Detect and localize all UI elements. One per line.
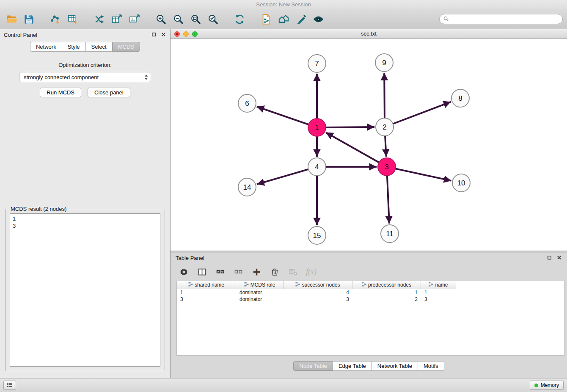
graph-node-14[interactable]: 14 xyxy=(238,178,256,196)
save-session-button[interactable] xyxy=(22,12,36,26)
show-panels-button[interactable] xyxy=(3,381,16,390)
window-title: Session: New Session xyxy=(256,1,311,8)
tab-node-table[interactable]: Node Table xyxy=(293,361,333,371)
table-cell-shared-name[interactable]: 1 xyxy=(177,289,236,296)
graph-node-label: 2 xyxy=(383,123,386,131)
tab-style[interactable]: Style xyxy=(62,42,86,52)
close-window-button[interactable] xyxy=(174,31,180,37)
tab-motifs[interactable]: Motifs xyxy=(418,361,444,371)
table-settings-button[interactable] xyxy=(179,267,189,277)
paint-style-button[interactable] xyxy=(294,12,308,26)
select-all-rows-button[interactable] xyxy=(215,267,225,277)
zoom-in-button[interactable] xyxy=(154,12,168,26)
main-area: Control Panel NetworkStyleSelectMCDS Opt… xyxy=(0,29,567,378)
column-header-mcds-role[interactable]: MCDS role xyxy=(236,281,284,289)
tab-select[interactable]: Select xyxy=(85,42,113,52)
column-header-shared-name[interactable]: shared name xyxy=(177,281,236,289)
tab-edge-table[interactable]: Edge Table xyxy=(333,361,372,371)
column-header-name[interactable]: name xyxy=(421,281,456,289)
table-cell-mcds-role[interactable]: dominator xyxy=(236,289,284,296)
mcds-close-panel-button[interactable]: Close panel xyxy=(88,88,130,97)
network-canvas[interactable]: 7968124314101511 xyxy=(171,39,567,251)
table-cell-predecessor-nodes[interactable]: 2 xyxy=(352,296,421,303)
open-session-button[interactable] xyxy=(4,12,19,26)
column-header-successor-nodes[interactable]: successor nodes xyxy=(284,281,352,289)
graph-node-11[interactable]: 11 xyxy=(381,225,399,243)
deselect-all-rows-button[interactable] xyxy=(233,267,243,277)
graph-node-2[interactable]: 2 xyxy=(376,118,394,136)
edge-2-9[interactable] xyxy=(384,73,385,118)
table-cell-name[interactable]: 1 xyxy=(421,289,456,296)
graph-node-15[interactable]: 15 xyxy=(308,226,326,244)
memory-button[interactable]: Memory xyxy=(530,381,564,390)
table-cell-predecessor-nodes[interactable]: 1 xyxy=(352,289,421,296)
edge-2-3[interactable] xyxy=(385,136,386,157)
show-columns-button[interactable] xyxy=(197,267,207,277)
graph-node-6[interactable]: 6 xyxy=(238,94,256,112)
window-titlebar[interactable]: Session: New Session xyxy=(0,0,567,9)
new-network-button[interactable] xyxy=(92,12,107,26)
zoom-out-button[interactable] xyxy=(171,12,185,26)
graph-node-1[interactable]: 1 xyxy=(308,119,326,136)
table-cell-name[interactable]: 3 xyxy=(421,296,456,303)
edge-4-14[interactable] xyxy=(257,169,308,184)
graph-node-8[interactable]: 8 xyxy=(451,89,469,107)
network-overview-button[interactable] xyxy=(276,12,291,26)
refresh-layout-button[interactable] xyxy=(232,12,247,26)
paint-style-icon xyxy=(295,14,307,25)
zoom-fit-button[interactable] xyxy=(188,12,203,26)
table-panel-float-button[interactable] xyxy=(546,255,552,261)
graph-node-10[interactable]: 10 xyxy=(452,174,470,192)
import-file-button[interactable] xyxy=(259,12,273,26)
tab-network[interactable]: Network xyxy=(30,42,62,52)
table-row[interactable]: 1dominator411 xyxy=(177,289,564,296)
delete-column-button[interactable] xyxy=(270,267,280,277)
mcds-result-text[interactable]: 13 xyxy=(10,213,160,367)
show-hide-button[interactable] xyxy=(311,12,325,26)
add-column-button[interactable] xyxy=(251,267,261,277)
tab-mcds[interactable]: MCDS xyxy=(112,42,140,52)
search-input[interactable] xyxy=(451,16,559,22)
export-image-button[interactable] xyxy=(127,12,141,26)
import-table-button[interactable] xyxy=(66,12,80,26)
graph-node-4[interactable]: 4 xyxy=(308,158,326,176)
export-network-button[interactable] xyxy=(110,12,124,26)
table-cell-shared-name[interactable]: 3 xyxy=(177,296,236,303)
minimize-window-button[interactable] xyxy=(183,31,189,37)
table-cell-successor-nodes[interactable]: 4 xyxy=(284,289,352,296)
network-window-titlebar[interactable]: scc.txt xyxy=(171,29,567,39)
table-cell-mcds-role[interactable]: dominator xyxy=(236,296,284,303)
edge-3-11[interactable] xyxy=(387,176,389,224)
table-settings-icon xyxy=(179,268,188,276)
edge-3-1[interactable] xyxy=(326,133,379,163)
delete-table-button xyxy=(288,267,298,277)
zoom-selected-button[interactable] xyxy=(206,12,220,26)
control-panel-float-button[interactable] xyxy=(151,32,157,38)
table-cell-successor-nodes[interactable]: 3 xyxy=(284,296,352,303)
import-network-button[interactable] xyxy=(48,12,63,26)
run-mcds-button[interactable]: Run MCDS xyxy=(40,88,81,97)
app-window: Session: New Session Control Panel xyxy=(0,0,567,392)
graph-node-9[interactable]: 9 xyxy=(375,54,393,72)
graph-node-label: 6 xyxy=(245,99,249,108)
edge-1-6[interactable] xyxy=(257,107,309,124)
main-toolbar xyxy=(0,9,567,29)
graph-node-3[interactable]: 3 xyxy=(378,158,396,176)
criterion-dropdown-value: strongly connected component xyxy=(24,74,144,80)
edge-3-10[interactable] xyxy=(396,168,451,181)
edge-2-8[interactable] xyxy=(393,102,451,124)
graph-node-7[interactable]: 7 xyxy=(308,55,326,72)
table-panel-window-controls xyxy=(546,255,562,261)
graph-node-label: 11 xyxy=(386,230,394,238)
tab-network-table[interactable]: Network Table xyxy=(372,361,418,371)
open-session-icon xyxy=(6,14,17,25)
table-row[interactable]: 3dominator323 xyxy=(177,296,564,303)
graph-node-label: 3 xyxy=(385,163,388,171)
criterion-dropdown[interactable]: strongly connected component xyxy=(19,72,151,82)
control-panel-close-button[interactable] xyxy=(160,32,166,38)
search-box[interactable] xyxy=(439,14,563,24)
zoom-window-button[interactable] xyxy=(192,31,198,37)
edge-1-2[interactable] xyxy=(326,127,374,127)
column-header-predecessor-nodes[interactable]: predecessor nodes xyxy=(352,281,421,289)
table-panel-close-button[interactable] xyxy=(556,255,562,261)
